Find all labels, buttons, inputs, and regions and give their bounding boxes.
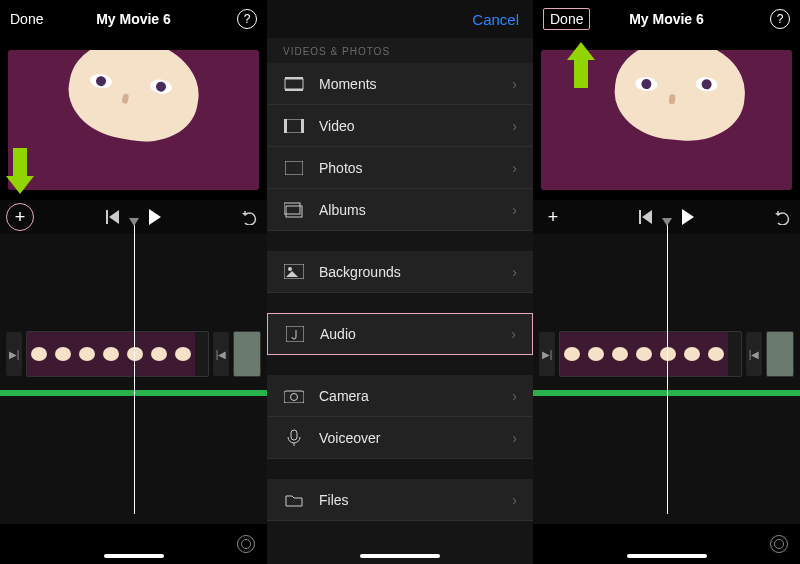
home-indicator xyxy=(627,554,707,558)
clip-end-marker[interactable]: |◀ xyxy=(746,332,762,376)
editor-right-panel: Done My Movie 6 ? + ▶| xyxy=(533,0,800,564)
svg-rect-6 xyxy=(285,161,303,175)
backgrounds-icon xyxy=(283,263,305,281)
undo-button[interactable] xyxy=(241,209,259,225)
chevron-right-icon: › xyxy=(512,388,517,404)
help-button[interactable]: ? xyxy=(237,9,257,29)
menu-item-label: Files xyxy=(319,492,512,508)
menu-item-voiceover[interactable]: Voiceover › xyxy=(267,417,533,459)
add-media-button[interactable]: + xyxy=(539,203,567,231)
settings-button[interactable] xyxy=(237,535,255,553)
video-preview xyxy=(0,38,267,200)
timeline[interactable]: ▶| |◀ xyxy=(533,234,800,524)
bottom-bar xyxy=(0,524,267,564)
menu-item-video[interactable]: Video › xyxy=(267,105,533,147)
prev-button[interactable] xyxy=(106,210,119,224)
albums-icon xyxy=(283,201,305,219)
svg-rect-2 xyxy=(285,89,303,91)
add-media-button[interactable]: + xyxy=(6,203,34,231)
timeline[interactable]: ▶| |◀ xyxy=(0,234,267,524)
voiceover-icon xyxy=(283,429,305,447)
svg-point-13 xyxy=(291,393,298,400)
moments-icon xyxy=(283,75,305,93)
done-button[interactable]: Done xyxy=(10,11,43,27)
chevron-right-icon: › xyxy=(512,118,517,134)
menu-item-camera[interactable]: Camera › xyxy=(267,375,533,417)
menu-item-label: Backgrounds xyxy=(319,264,512,280)
next-clip[interactable] xyxy=(766,331,794,377)
next-clip[interactable] xyxy=(233,331,261,377)
home-indicator xyxy=(104,554,164,558)
menu-item-backgrounds[interactable]: Backgrounds › xyxy=(267,251,533,293)
chevron-right-icon: › xyxy=(511,326,516,342)
svg-rect-0 xyxy=(285,79,303,89)
clip-start-marker[interactable]: ▶| xyxy=(539,332,555,376)
menu-item-label: Moments xyxy=(319,76,512,92)
menu-item-label: Video xyxy=(319,118,512,134)
menu-item-label: Camera xyxy=(319,388,512,404)
play-button[interactable] xyxy=(682,209,694,225)
home-indicator xyxy=(360,554,440,558)
bottom-bar xyxy=(533,524,800,564)
undo-button[interactable] xyxy=(774,209,792,225)
playhead[interactable] xyxy=(134,224,135,514)
video-clip[interactable] xyxy=(559,331,742,377)
svg-rect-5 xyxy=(301,119,304,133)
arrow-annotation xyxy=(567,42,595,92)
menu-item-files[interactable]: Files › xyxy=(267,479,533,521)
menu-item-label: Albums xyxy=(319,202,512,218)
prev-button[interactable] xyxy=(639,210,652,224)
clip-end-marker[interactable]: |◀ xyxy=(213,332,229,376)
arrow-annotation xyxy=(6,148,34,198)
svg-point-10 xyxy=(288,267,292,271)
svg-rect-14 xyxy=(291,430,297,440)
camera-icon xyxy=(283,387,305,405)
menu-item-label: Audio xyxy=(320,326,511,342)
audio-icon xyxy=(284,325,306,343)
svg-rect-11 xyxy=(286,326,304,342)
files-icon xyxy=(283,491,305,509)
media-menu-panel: Cancel VIDEOS & PHOTOS Moments › Video ›… xyxy=(267,0,533,564)
video-clip[interactable] xyxy=(26,331,209,377)
chevron-right-icon: › xyxy=(512,264,517,280)
photos-icon xyxy=(283,159,305,177)
chevron-right-icon: › xyxy=(512,492,517,508)
menu-item-label: Voiceover xyxy=(319,430,512,446)
topbar-left: Done My Movie 6 ? xyxy=(0,0,267,38)
video-icon xyxy=(283,117,305,135)
svg-rect-4 xyxy=(284,119,287,133)
menu-topbar: Cancel xyxy=(267,0,533,38)
section-header: VIDEOS & PHOTOS xyxy=(267,38,533,63)
chevron-right-icon: › xyxy=(512,160,517,176)
preview-frame xyxy=(8,50,259,190)
cancel-button[interactable]: Cancel xyxy=(472,11,519,28)
play-button[interactable] xyxy=(149,209,161,225)
chevron-right-icon: › xyxy=(512,430,517,446)
menu-item-audio[interactable]: Audio › xyxy=(267,313,533,355)
menu-item-photos[interactable]: Photos › xyxy=(267,147,533,189)
done-button[interactable]: Done xyxy=(543,8,590,30)
svg-rect-1 xyxy=(285,77,303,79)
menu-item-label: Photos xyxy=(319,160,512,176)
chevron-right-icon: › xyxy=(512,202,517,218)
playhead[interactable] xyxy=(667,224,668,514)
clip-start-marker[interactable]: ▶| xyxy=(6,332,22,376)
chevron-right-icon: › xyxy=(512,76,517,92)
topbar-right: Done My Movie 6 ? xyxy=(533,0,800,38)
svg-rect-12 xyxy=(284,391,304,403)
settings-button[interactable] xyxy=(770,535,788,553)
help-button[interactable]: ? xyxy=(770,9,790,29)
menu-item-moments[interactable]: Moments › xyxy=(267,63,533,105)
menu-item-albums[interactable]: Albums › xyxy=(267,189,533,231)
editor-left-panel: Done My Movie 6 ? + ▶| xyxy=(0,0,267,564)
